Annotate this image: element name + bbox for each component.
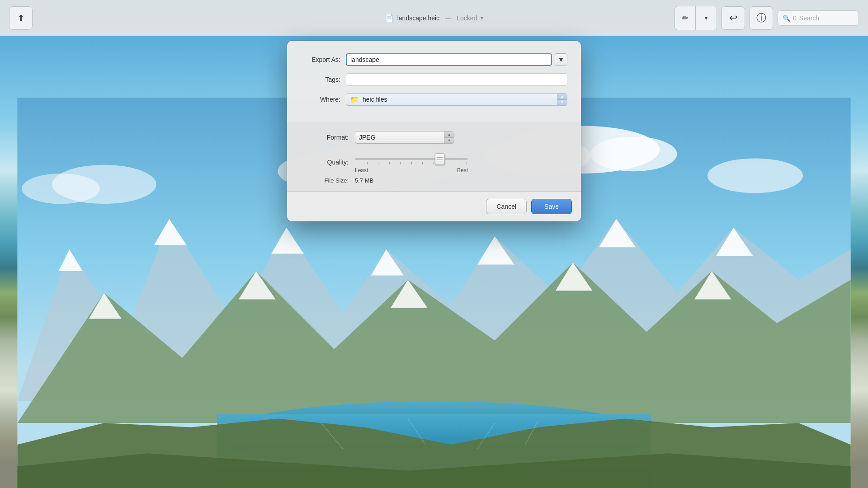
slider-ticks: [355, 162, 468, 164]
tick-11: [467, 162, 467, 164]
format-stepper-down[interactable]: ▼: [444, 138, 454, 144]
tags-row: Tags:: [301, 73, 567, 86]
options-section: Format: JPEG ▲ ▼ Quality:: [287, 122, 581, 191]
tick-7: [422, 162, 423, 164]
slider-thumb[interactable]: [435, 153, 445, 165]
cancel-button[interactable]: Cancel: [486, 199, 527, 214]
export-as-label: Export As:: [301, 56, 346, 63]
quality-least-label: Least: [355, 167, 368, 174]
filesize-row: File Size: 5.7 MB: [301, 177, 567, 184]
where-select[interactable]: 📁 heic files ▲ ▼: [346, 93, 567, 106]
modal-overlay: Export As: ▼ Tags: Where:: [0, 0, 868, 488]
slider-line-2: [437, 159, 443, 160]
tick-2: [367, 162, 368, 164]
where-stepper-down[interactable]: ▼: [557, 100, 567, 106]
format-select[interactable]: JPEG ▲ ▼: [355, 131, 454, 144]
format-stepper[interactable]: ▲ ▼: [444, 131, 454, 143]
expand-icon: ▼: [558, 56, 564, 63]
modal-form-section: Export As: ▼ Tags: Where:: [287, 41, 581, 122]
tick-3: [378, 162, 378, 164]
save-button[interactable]: Save: [531, 199, 572, 214]
tick-4: [389, 162, 390, 164]
quality-label: Quality:: [301, 159, 355, 166]
export-as-input[interactable]: [346, 53, 552, 66]
where-stepper-up[interactable]: ▲: [557, 94, 567, 100]
format-stepper-up[interactable]: ▲: [444, 131, 454, 138]
tick-5: [400, 162, 401, 164]
folder-icon: 📁: [350, 95, 359, 104]
format-value: JPEG: [359, 134, 450, 141]
quality-row: Quality:: [301, 151, 567, 174]
tags-input-wrapper: [346, 73, 567, 86]
where-label: Where:: [301, 96, 346, 103]
export-dialog: Export As: ▼ Tags: Where:: [287, 41, 581, 221]
where-input-wrapper: 📁 heic files ▲ ▼: [346, 93, 567, 106]
where-row: Where: 📁 heic files ▲ ▼: [301, 93, 567, 106]
slider-line-3: [437, 161, 443, 161]
tick-10: [456, 162, 456, 164]
tags-input[interactable]: [346, 73, 567, 86]
quality-best-label: Best: [457, 167, 468, 174]
slider-thumb-lines: [437, 157, 443, 161]
tick-1: [356, 162, 356, 164]
modal-footer: Cancel Save: [287, 191, 581, 221]
quality-slider-container: Least Best: [355, 151, 468, 174]
tags-label: Tags:: [301, 76, 346, 83]
export-as-input-wrapper: ▼: [346, 53, 567, 66]
format-label: Format:: [301, 134, 355, 141]
slider-track: [355, 158, 468, 160]
where-stepper[interactable]: ▲ ▼: [557, 94, 567, 105]
tick-6: [411, 162, 412, 164]
slider-labels: Least Best: [355, 167, 468, 174]
expand-button[interactable]: ▼: [555, 53, 567, 66]
slider-line-1: [437, 157, 443, 158]
filesize-value: 5.7 MB: [355, 177, 373, 184]
export-as-row: Export As: ▼: [301, 53, 567, 66]
tick-8: [434, 162, 434, 164]
where-value: heic files: [363, 96, 563, 103]
format-row: Format: JPEG ▲ ▼: [301, 131, 567, 144]
filesize-label: File Size:: [301, 177, 355, 184]
